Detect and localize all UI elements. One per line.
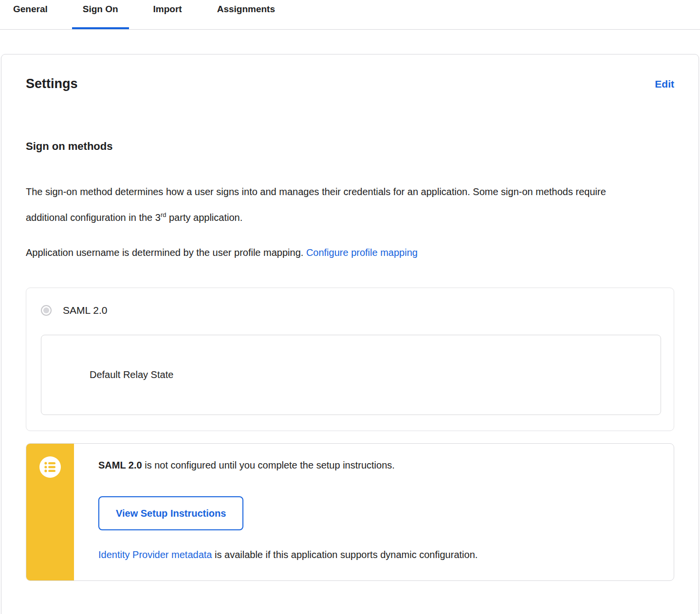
saml-setup-callout: SAML 2.0 is not configured until you com… [26,443,674,581]
application-username-note: Application username is determined by th… [26,241,674,264]
list-icon [39,456,61,478]
description-superscript: rd [161,211,166,218]
callout-message-rest: is not configured until you complete the… [142,460,395,470]
page-title: Settings [26,76,78,91]
saml-radio-row: SAML 2.0 [41,305,661,316]
callout-message: SAML 2.0 is not configured until you com… [98,458,654,472]
metadata-note: Identity Provider metadata is available … [98,548,654,561]
saml-option-box: SAML 2.0 Default Relay State [26,288,674,431]
app-tab-bar: General Sign On Import Assignments [0,0,700,30]
callout-warning-strip [26,444,74,580]
description-text-part2: party application. [166,212,242,223]
tab-assignments[interactable]: Assignments [206,0,286,29]
metadata-note-rest: is available if this application support… [212,549,478,560]
sign-on-methods-description: The sign-on method determines how a user… [26,180,639,229]
default-relay-state-row: Default Relay State [41,335,661,415]
description-text-part1: The sign-on method determines how a user… [26,186,606,223]
tab-sign-on[interactable]: Sign On [72,0,129,29]
view-setup-instructions-button[interactable]: View Setup Instructions [98,496,243,530]
edit-settings-link[interactable]: Edit [655,78,674,90]
callout-message-bold: SAML 2.0 [98,460,142,470]
configure-profile-mapping-link[interactable]: Configure profile mapping [306,247,418,258]
saml-radio-button[interactable] [41,305,52,316]
sign-on-methods-heading: Sign on methods [26,140,674,153]
radio-dot [43,307,49,313]
settings-card-header: Settings Edit [26,76,674,91]
callout-content: SAML 2.0 is not configured until you com… [74,444,674,580]
identity-provider-metadata-link[interactable]: Identity Provider metadata [98,549,212,560]
saml-radio-label: SAML 2.0 [63,305,107,316]
settings-card: Settings Edit Sign on methods The sign-o… [1,54,699,614]
tab-import[interactable]: Import [143,0,193,29]
username-note-text: Application username is determined by th… [26,247,306,258]
default-relay-state-label: Default Relay State [90,369,173,380]
tab-general[interactable]: General [2,0,58,29]
